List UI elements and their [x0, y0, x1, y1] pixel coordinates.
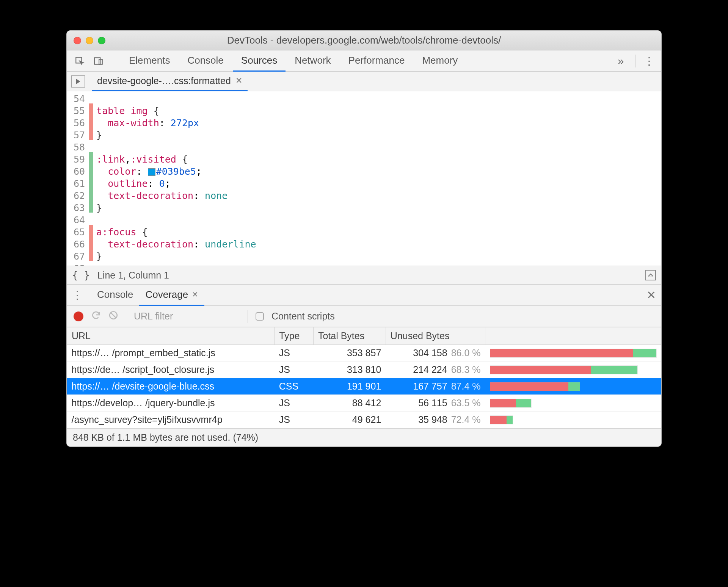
file-tab-row: devsite-google-….css:formatted ✕ — [67, 72, 661, 91]
content-scripts-checkbox[interactable] — [256, 312, 264, 321]
device-toolbar-icon[interactable] — [90, 53, 107, 69]
close-drawer-icon[interactable]: ✕ — [646, 288, 656, 302]
tab-elements[interactable]: Elements — [121, 50, 178, 72]
close-window-button[interactable] — [74, 37, 81, 44]
clear-icon[interactable] — [108, 310, 118, 322]
reload-icon[interactable] — [91, 310, 101, 322]
coverage-summary: 848 KB of 1.1 MB bytes are not used. (74… — [67, 428, 661, 446]
toggle-sidebar-icon[interactable] — [645, 270, 656, 280]
titlebar: DevTools - developers.google.com/web/too… — [67, 31, 661, 50]
table-header-row: URLTypeTotal BytesUnused Bytes — [67, 327, 661, 345]
file-tab[interactable]: devsite-google-….css:formatted ✕ — [92, 72, 248, 91]
window-title: DevTools - developers.google.com/web/too… — [67, 34, 661, 46]
kebab-menu-icon[interactable]: ⋮ — [642, 54, 657, 67]
tab-network[interactable]: Network — [286, 50, 339, 72]
col-header[interactable]: Type — [275, 327, 314, 345]
drawer-tab-coverage[interactable]: Coverage✕ — [139, 285, 204, 306]
close-tab-icon[interactable]: ✕ — [235, 76, 242, 86]
inspect-element-icon[interactable] — [71, 53, 88, 69]
devtools-window: DevTools - developers.google.com/web/too… — [66, 30, 662, 447]
zoom-window-button[interactable] — [98, 37, 105, 44]
minimize-window-button[interactable] — [86, 37, 93, 44]
content-scripts-label: Content scripts — [271, 311, 335, 322]
close-drawer-tab-icon[interactable]: ✕ — [192, 290, 198, 299]
tabs-overflow-button[interactable]: » — [612, 53, 629, 69]
coverage-summary-text: 848 KB of 1.1 MB bytes are not used. (74… — [73, 432, 258, 443]
col-header[interactable]: URL — [67, 327, 275, 345]
drawer-menu-icon[interactable]: ⋮ — [72, 289, 83, 301]
coverage-gutter — [89, 91, 93, 266]
table-row[interactable]: https://de… /script_foot_closure.jsJS313… — [67, 362, 661, 378]
divider — [635, 55, 635, 67]
editor-status-bar: { } Line 1, Column 1 — [67, 266, 661, 285]
source-editor[interactable]: 545556575859606162636465666768 table img… — [67, 91, 661, 266]
coverage-table: URLTypeTotal BytesUnused Bytes https://…… — [67, 327, 661, 428]
cursor-position: Line 1, Column 1 — [97, 270, 169, 281]
url-filter-input[interactable]: URL filter — [134, 311, 240, 322]
table-row[interactable]: /async_survey?site=ylj5ifxusvvmr4pJS49 6… — [67, 412, 661, 428]
col-header[interactable]: Total Bytes — [313, 327, 386, 345]
record-button[interactable] — [74, 312, 83, 321]
show-navigator-icon[interactable] — [71, 75, 85, 88]
drawer-tabbar: ⋮ ConsoleCoverage✕ ✕ — [67, 285, 661, 306]
col-header[interactable] — [485, 327, 661, 345]
table-row[interactable]: https://develop… /jquery-bundle.jsJS88 4… — [67, 395, 661, 412]
drawer-tab-console[interactable]: Console — [91, 285, 139, 306]
tab-console[interactable]: Console — [179, 50, 232, 72]
line-number-gutter: 545556575859606162636465666768 — [67, 91, 89, 266]
tab-performance[interactable]: Performance — [340, 50, 413, 72]
col-header[interactable]: Unused Bytes — [386, 327, 485, 345]
divider — [126, 310, 126, 323]
file-tab-label: devsite-google-….css:formatted — [97, 75, 231, 86]
pretty-print-icon[interactable]: { } — [72, 269, 90, 281]
svg-rect-3 — [648, 277, 653, 277]
code-content: table img { max-width: 272px} :link,:vis… — [93, 91, 256, 266]
svg-rect-2 — [99, 59, 102, 64]
traffic-lights — [74, 37, 105, 44]
divider — [248, 310, 248, 323]
coverage-toolbar: URL filter Content scripts — [67, 306, 661, 327]
table-row[interactable]: https://… /devsite-google-blue.cssCSS191… — [67, 378, 661, 395]
table-row[interactable]: https://… /prompt_embed_static.jsJS353 8… — [67, 345, 661, 362]
main-tabbar: ElementsConsoleSourcesNetworkPerformance… — [67, 50, 661, 72]
tab-sources[interactable]: Sources — [233, 50, 286, 72]
tab-memory[interactable]: Memory — [414, 50, 466, 72]
